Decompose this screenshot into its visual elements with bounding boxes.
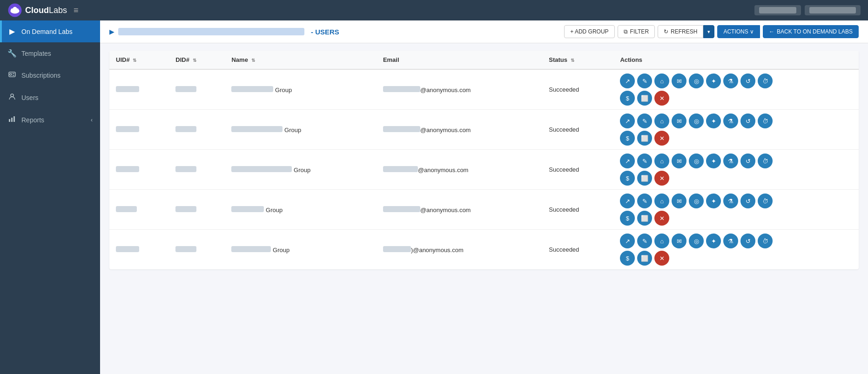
cell-actions: ↗ ✎ ⌂ ✉ ◎ ✦ ⚗ ↺ ⏱ bbox=[613, 150, 859, 190]
name-sort-icon[interactable]: ⇅ bbox=[251, 58, 255, 63]
cell-status: Succeeded bbox=[542, 69, 613, 110]
action-delete-btn[interactable]: ✕ bbox=[654, 211, 669, 226]
page-title-suffix: - USERS bbox=[311, 28, 339, 36]
expand-arrow-icon[interactable]: ▶ bbox=[109, 28, 114, 35]
action-refresh-btn[interactable]: ↺ bbox=[740, 73, 755, 88]
action-screen-btn[interactable]: ⬜ bbox=[637, 211, 652, 226]
status-sort-icon[interactable]: ⇅ bbox=[571, 58, 574, 63]
action-tag-btn[interactable]: ✦ bbox=[706, 114, 721, 128]
action-email-btn[interactable]: ✉ bbox=[672, 234, 686, 248]
action-timer-btn[interactable]: ⏱ bbox=[758, 154, 773, 168]
action-timer-btn[interactable]: ⏱ bbox=[758, 114, 773, 128]
action-email-btn[interactable]: ✉ bbox=[672, 114, 686, 128]
refresh-dropdown-button[interactable]: ▾ bbox=[703, 25, 714, 38]
action-edit-btn[interactable]: ✎ bbox=[637, 73, 652, 88]
action-delete-btn[interactable]: ✕ bbox=[654, 171, 669, 186]
action-home-btn[interactable]: ⌂ bbox=[654, 234, 669, 248]
action-open-btn[interactable]: ↗ bbox=[620, 154, 635, 168]
filter-button[interactable]: ⧉ FILTER bbox=[618, 25, 655, 38]
refresh-button[interactable]: ↻ REFRESH bbox=[658, 25, 703, 38]
sidebar-item-subscriptions[interactable]: Subscriptions bbox=[0, 64, 100, 87]
cell-status: Succeeded bbox=[542, 230, 613, 270]
action-lab-btn[interactable]: ⚗ bbox=[723, 73, 738, 88]
action-refresh-btn[interactable]: ↺ bbox=[740, 154, 755, 168]
col-actions: Actions bbox=[613, 51, 859, 69]
action-screen-btn[interactable]: ⬜ bbox=[637, 91, 652, 106]
back-button[interactable]: ← BACK TO ON DEMAND LABS bbox=[763, 25, 859, 38]
col-did: DID# ⇅ bbox=[169, 51, 225, 69]
action-row-2: $ ⬜ ✕ bbox=[620, 131, 669, 146]
action-cost-btn[interactable]: $ bbox=[620, 251, 635, 266]
action-view-btn[interactable]: ◎ bbox=[689, 73, 704, 88]
action-open-btn[interactable]: ↗ bbox=[620, 114, 635, 128]
action-cost-btn[interactable]: $ bbox=[620, 211, 635, 226]
action-timer-btn[interactable]: ⏱ bbox=[758, 194, 773, 208]
action-delete-btn[interactable]: ✕ bbox=[654, 91, 669, 106]
actions-button[interactable]: ACTIONS ∨ bbox=[717, 25, 760, 38]
action-email-btn[interactable]: ✉ bbox=[672, 154, 686, 168]
action-lab-btn[interactable]: ⚗ bbox=[723, 194, 738, 208]
action-refresh-btn[interactable]: ↺ bbox=[740, 114, 755, 128]
action-view-btn[interactable]: ◎ bbox=[689, 234, 704, 248]
logo: CloudLabs bbox=[7, 3, 67, 18]
action-timer-btn[interactable]: ⏱ bbox=[758, 73, 773, 88]
action-refresh-btn[interactable]: ↺ bbox=[740, 194, 755, 208]
cell-actions: ↗ ✎ ⌂ ✉ ◎ ✦ ⚗ ↺ ⏱ bbox=[613, 69, 859, 110]
sidebar-item-templates[interactable]: 🔧 Templates bbox=[0, 42, 100, 64]
action-screen-btn[interactable]: ⬜ bbox=[637, 171, 652, 186]
action-tag-btn[interactable]: ✦ bbox=[706, 234, 721, 248]
cell-actions: ↗ ✎ ⌂ ✉ ◎ ✦ ⚗ ↺ ⏱ bbox=[613, 190, 859, 230]
action-row-1: ↗ ✎ ⌂ ✉ ◎ ✦ ⚗ ↺ ⏱ bbox=[620, 194, 773, 208]
action-open-btn[interactable]: ↗ bbox=[620, 73, 635, 88]
cell-name: Group bbox=[225, 110, 376, 150]
action-delete-btn[interactable]: ✕ bbox=[654, 251, 669, 266]
action-timer-btn[interactable]: ⏱ bbox=[758, 234, 773, 248]
did-sort-icon[interactable]: ⇅ bbox=[193, 58, 196, 63]
action-cost-btn[interactable]: $ bbox=[620, 91, 635, 106]
action-home-btn[interactable]: ⌂ bbox=[654, 194, 669, 208]
action-tag-btn[interactable]: ✦ bbox=[706, 154, 721, 168]
action-edit-btn[interactable]: ✎ bbox=[637, 154, 652, 168]
action-home-btn[interactable]: ⌂ bbox=[654, 73, 669, 88]
hamburger-icon[interactable]: ≡ bbox=[74, 6, 79, 15]
action-lab-btn[interactable]: ⚗ bbox=[723, 154, 738, 168]
user1-text bbox=[759, 7, 796, 13]
uid-sort-icon[interactable]: ⇅ bbox=[133, 58, 136, 63]
sidebar-item-users[interactable]: Users bbox=[0, 87, 100, 109]
name-prefix bbox=[231, 86, 273, 92]
action-screen-btn[interactable]: ⬜ bbox=[637, 251, 652, 266]
action-delete-btn[interactable]: ✕ bbox=[654, 131, 669, 146]
action-cost-btn[interactable]: $ bbox=[620, 171, 635, 186]
action-email-btn[interactable]: ✉ bbox=[672, 73, 686, 88]
action-home-btn[interactable]: ⌂ bbox=[654, 114, 669, 128]
action-lab-btn[interactable]: ⚗ bbox=[723, 114, 738, 128]
action-view-btn[interactable]: ◎ bbox=[689, 114, 704, 128]
action-edit-btn[interactable]: ✎ bbox=[637, 194, 652, 208]
action-cost-btn[interactable]: $ bbox=[620, 131, 635, 146]
reports-arrow-icon: ‹ bbox=[91, 117, 93, 123]
uid-value bbox=[116, 126, 139, 132]
action-refresh-btn[interactable]: ↺ bbox=[740, 234, 755, 248]
action-view-btn[interactable]: ◎ bbox=[689, 154, 704, 168]
action-edit-btn[interactable]: ✎ bbox=[637, 234, 652, 248]
cell-status: Succeeded bbox=[542, 190, 613, 230]
action-tag-btn[interactable]: ✦ bbox=[706, 194, 721, 208]
action-tag-btn[interactable]: ✦ bbox=[706, 73, 721, 88]
page-header-actions: + ADD GROUP ⧉ FILTER ↻ REFRESH ▾ ACTIONS… bbox=[564, 25, 859, 38]
sidebar-label-subscriptions: Subscriptions bbox=[21, 72, 61, 79]
sidebar-item-on-demand-labs[interactable]: ▶ On Demand Labs bbox=[0, 20, 100, 42]
action-lab-btn[interactable]: ⚗ bbox=[723, 234, 738, 248]
action-screen-btn[interactable]: ⬜ bbox=[637, 131, 652, 146]
topbar-user2[interactable] bbox=[805, 5, 861, 15]
action-home-btn[interactable]: ⌂ bbox=[654, 154, 669, 168]
action-view-btn[interactable]: ◎ bbox=[689, 194, 704, 208]
sidebar-item-reports[interactable]: Reports ‹ bbox=[0, 109, 100, 131]
action-open-btn[interactable]: ↗ bbox=[620, 194, 635, 208]
action-email-btn[interactable]: ✉ bbox=[672, 194, 686, 208]
table-row: Group @anonymous.com Succeeded ↗ ✎ ⌂ ✉ ◎ bbox=[109, 150, 859, 190]
add-group-button[interactable]: + ADD GROUP bbox=[564, 25, 614, 38]
topbar-user1[interactable] bbox=[754, 5, 801, 15]
action-edit-btn[interactable]: ✎ bbox=[637, 114, 652, 128]
svg-point-9 bbox=[11, 94, 13, 97]
action-open-btn[interactable]: ↗ bbox=[620, 234, 635, 248]
